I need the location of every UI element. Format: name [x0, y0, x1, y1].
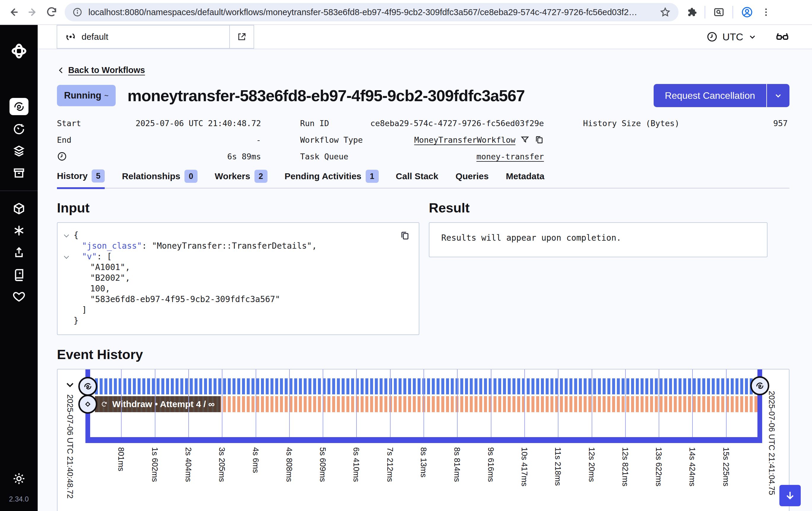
- back-icon[interactable]: [8, 6, 20, 18]
- tab-count-badge: 5: [92, 169, 105, 183]
- namespace-name: default: [82, 32, 108, 42]
- timeline-gridline: [491, 370, 491, 437]
- input-heading: Input: [57, 200, 419, 216]
- site-info-icon[interactable]: [72, 7, 82, 17]
- task-queue-link[interactable]: money-transfer: [476, 152, 544, 161]
- reload-icon[interactable]: [46, 6, 58, 18]
- tab-count-badge: 1: [366, 170, 379, 183]
- sidebar-item-schedules[interactable]: [12, 122, 26, 136]
- status-badge[interactable]: Running~: [57, 85, 116, 106]
- namespace-icon: [65, 31, 76, 43]
- app-topbar: default UTC: [38, 25, 812, 49]
- sidebar-divider: [0, 190, 38, 191]
- sidebar-item-batch-operations[interactable]: [12, 166, 26, 180]
- workflow-running-node[interactable]: [750, 376, 769, 395]
- arrow-down-icon: [784, 490, 796, 501]
- timeline-gridline: [289, 370, 290, 437]
- timeline-axis-line: [85, 437, 762, 443]
- request-cancellation-button[interactable]: Request Cancellation: [654, 84, 766, 107]
- tab-queries[interactable]: Queries: [456, 169, 489, 188]
- bookmark-star-icon[interactable]: [660, 6, 671, 18]
- workflow-type-label: Workflow Type: [300, 135, 363, 144]
- axis-tick-label: 6s 410ms: [351, 447, 360, 482]
- timeline-start-timestamp: 2025-07-06 UTC 21:40:48.72: [65, 394, 75, 499]
- collapse-chevron-icon[interactable]: [65, 230, 74, 241]
- scroll-to-bottom-button[interactable]: [779, 485, 801, 506]
- profile-avatar-icon[interactable]: [741, 6, 753, 19]
- tab-call-stack[interactable]: Call Stack: [396, 169, 438, 188]
- tab-label: History: [57, 171, 87, 181]
- timeline-gridline: [659, 370, 659, 437]
- forward-icon[interactable]: [27, 6, 38, 18]
- timeline-gridline: [457, 370, 458, 437]
- activity-node[interactable]: [78, 395, 97, 414]
- filter-funnel-icon[interactable]: [520, 135, 530, 144]
- axis-tick-label: 801ms: [116, 447, 125, 471]
- axis-tick-label: 14s 424ms: [688, 447, 697, 486]
- workflow-type-link[interactable]: MoneyTransferWorkflow: [414, 135, 516, 144]
- collapse-chevron-icon[interactable]: [65, 251, 74, 262]
- json-gutter: [65, 273, 74, 284]
- back-to-workflows-link[interactable]: Back to Workflows: [57, 65, 789, 75]
- screen: localhost:8080/namespaces/default/workfl…: [0, 0, 812, 511]
- json-line: "B2002",: [65, 273, 410, 284]
- axis-tick-label: 9s 616ms: [486, 447, 495, 482]
- action-menu-caret-button[interactable]: [767, 84, 789, 107]
- axis-tick-label: 8s 13ms: [419, 447, 428, 478]
- sidebar-item-nexus[interactable]: [12, 224, 26, 237]
- history-size-value: 957: [773, 119, 788, 128]
- result-panel: Results will appear upon completion.: [429, 222, 767, 257]
- result-message: Results will appear upon completion.: [441, 233, 621, 243]
- url-text[interactable]: localhost:8080/namespaces/default/workfl…: [88, 7, 654, 17]
- namespace-open-external-icon[interactable]: [229, 26, 254, 48]
- event-history-timeline: Withdraw • Attempt 4 / ∞ 202: [57, 369, 789, 511]
- timezone-selector[interactable]: UTC: [706, 31, 757, 43]
- divider: [732, 6, 733, 19]
- sidebar: 2.34.0: [0, 25, 38, 511]
- copy-icon[interactable]: [534, 135, 544, 144]
- labs-glasses-icon[interactable]: [775, 30, 789, 44]
- json-gutter: [65, 284, 74, 294]
- tab-workers[interactable]: Workers2: [215, 169, 267, 188]
- tab-metadata[interactable]: Metadata: [506, 169, 545, 188]
- app-version: 2.34.0: [9, 495, 29, 503]
- axis-tick-label: 11s 218ms: [553, 447, 562, 486]
- timeline-gridline: [390, 370, 390, 437]
- json-gutter: [65, 316, 74, 326]
- namespace-selector[interactable]: default: [57, 25, 254, 49]
- timeline-expand-chevron-icon[interactable]: [64, 379, 76, 391]
- browser-chrome: localhost:8080/namespaces/default/workfl…: [0, 0, 812, 25]
- temporal-logo-icon: [10, 42, 28, 60]
- json-gutter: [65, 241, 74, 251]
- sidebar-item-share-icon[interactable]: [12, 246, 26, 259]
- sidebar-item-workflows[interactable]: [9, 98, 28, 115]
- event-history-heading: Event History: [57, 347, 789, 362]
- tab-pending-activities[interactable]: Pending Activities1: [285, 169, 379, 188]
- timeline-gridline: [524, 370, 525, 437]
- primary-action-group: Request Cancellation: [654, 84, 789, 107]
- timeline-gridline: [222, 370, 223, 437]
- start-label: Start: [57, 119, 81, 128]
- sidebar-item-deployments[interactable]: [12, 144, 26, 158]
- axis-tick-label: 15s 225ms: [721, 447, 730, 486]
- address-bar[interactable]: localhost:8080/namespaces/default/workfl…: [65, 3, 678, 21]
- json-line: "583e6fd8-eb97-4f95-9cb2-309fdfc3a567": [65, 294, 410, 305]
- timeline-gridline: [424, 370, 424, 437]
- extensions-icon[interactable]: [686, 6, 697, 18]
- tab-label: Queries: [456, 171, 489, 181]
- copy-input-icon[interactable]: [400, 231, 410, 241]
- json-line: "v": [: [65, 251, 410, 262]
- tab-history[interactable]: History5: [57, 169, 105, 189]
- sidebar-item-namespaces[interactable]: [12, 202, 26, 215]
- sidebar-item-feedback-heart-icon[interactable]: [12, 290, 26, 303]
- theme-toggle-sun-icon[interactable]: [12, 472, 26, 485]
- sidebar-item-docs-icon[interactable]: [12, 268, 26, 281]
- menu-kebab-icon[interactable]: [761, 7, 771, 17]
- axis-tick-label: 8s 814ms: [452, 447, 461, 482]
- tab-label: Metadata: [506, 171, 545, 181]
- tab-relationships[interactable]: Relationships0: [122, 169, 198, 188]
- side-panel-search-icon[interactable]: [713, 6, 725, 18]
- workflow-start-node[interactable]: [78, 377, 97, 396]
- timeline-gridline: [323, 370, 323, 437]
- timeline-gridline: [256, 370, 256, 437]
